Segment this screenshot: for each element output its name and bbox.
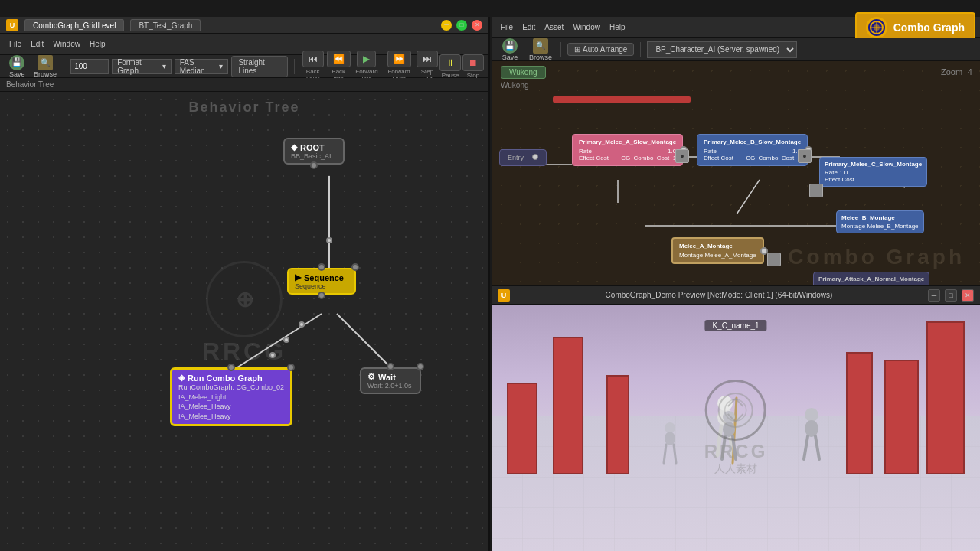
maximize-btn[interactable]: □ — [456, 20, 467, 31]
back-over-btn[interactable]: ⏮ — [302, 51, 324, 67]
cg-node-blue2-effect: Effect Cost CG_Combo_Cost_0 — [704, 155, 801, 161]
format-input[interactable] — [70, 59, 109, 74]
svg-point-21 — [805, 408, 818, 422]
right-menu-file[interactable]: File — [496, 21, 518, 33]
minimize-btn[interactable]: ─ — [441, 20, 452, 31]
breadcrumb: Behavior Tree — [0, 78, 488, 92]
right-menu-help[interactable]: Help — [605, 21, 630, 33]
pillar-3 — [884, 360, 919, 474]
line-dot-1 — [326, 237, 332, 243]
save-icon: 💾 — [9, 55, 24, 70]
cg-wukong-tag[interactable]: Wukong — [501, 66, 546, 79]
bt-node-wait[interactable]: ⚙ Wait Wait: 2.0+1.0s — [360, 367, 421, 394]
menu-file[interactable]: File — [5, 38, 26, 50]
svg-line-2 — [337, 314, 390, 367]
seq-connector-top — [318, 263, 325, 271]
right-top-panel: File Edit Asset Window Help Combo Graph … — [492, 17, 980, 285]
root-title: ◆ ROOT — [291, 142, 337, 152]
bt-canvas[interactable]: Behavior Tree ⊕ RRCG 人人素材 ◆ R — [0, 92, 488, 551]
preview-viewport: K_C_name_1 — [492, 305, 980, 551]
wait-title: ⚙ Wait — [368, 372, 413, 382]
cg-node-blue3[interactable]: Primary_Melee_C_Slow_Montage Rate 1.0 Ef… — [819, 157, 927, 187]
bt-node-root[interactable]: ◆ ROOT BB_Basic_AI — [283, 138, 345, 165]
save-btn[interactable]: 💾 Save — [5, 55, 30, 78]
straight-lines-btn[interactable]: Straight Lines — [231, 56, 287, 77]
preview-restore-btn[interactable]: □ — [945, 289, 957, 302]
bt-node-sequence[interactable]: ▶ Sequence Sequence — [287, 268, 356, 295]
left-titlebar: U ComboGraph_GridLevel BT_Test_Graph ─ □… — [0, 17, 488, 34]
toolbar-sep1 — [64, 59, 64, 74]
close-btn[interactable]: ✕ — [472, 20, 482, 31]
bt-connection-lines — [0, 92, 488, 551]
root-icon: ◆ — [291, 142, 297, 152]
fas-median-btn[interactable]: FAS Median ▾ — [175, 59, 229, 74]
cg-node-pink1-rate: Rate 1.0 — [579, 148, 676, 155]
cg-entry-node[interactable]: Entry — [499, 149, 547, 166]
cg-primary-attack-title: Primary_Attack_A_Normal_Montage — [818, 276, 924, 282]
root-sublabel: BB_Basic_AI — [291, 152, 337, 160]
right-menu-edit[interactable]: Edit — [518, 21, 540, 33]
bt-node-run-combo[interactable]: ◈ Run Combo Graph RunComboGraph: CG_Comb… — [170, 367, 292, 426]
preview-close-btn[interactable]: ✕ — [962, 289, 974, 302]
cg-connector-box2: ● — [798, 149, 812, 163]
step-out-btn[interactable]: ⏭ — [416, 51, 438, 67]
preview-title: ComboGraph_Demo Preview [NetMode: Client… — [514, 291, 923, 299]
svg-point-17 — [717, 396, 733, 411]
tab-combo-grid[interactable]: ComboGraph_GridLevel — [24, 19, 124, 31]
app-icon: U — [6, 19, 18, 31]
window-controls: ─ □ ✕ — [441, 20, 482, 31]
cg-node-primary-attack[interactable]: Primary_Attack_A_Normal_Montage Montage … — [813, 272, 929, 285]
left-panel: U ComboGraph_GridLevel BT_Test_Graph ─ □… — [0, 17, 490, 551]
menu-edit[interactable]: Edit — [26, 38, 48, 50]
root-connector-bottom — [310, 161, 318, 169]
cg-node-blue2[interactable]: Primary_Melee_B_Slow_Montage Rate 1.0 Ef… — [697, 134, 808, 166]
cg-node-pink1-title: Primary_Melee_A_Slow_Montage — [579, 139, 676, 145]
character-select[interactable]: BP_Character_AI (Server, spawned) — [647, 41, 797, 58]
menu-window[interactable]: Window — [48, 38, 85, 50]
forward-into-btn[interactable]: ▶ — [357, 51, 376, 67]
menu-help[interactable]: Help — [85, 38, 110, 50]
preview-minimize-btn[interactable]: ─ — [928, 289, 940, 302]
auto-arrange-icon: ⊞ — [574, 45, 580, 54]
right-menubar: File Edit Asset Window Help Combo Graph — [492, 17, 980, 38]
pillar-2 — [553, 337, 583, 474]
pause-btn[interactable]: ⏸ — [439, 54, 461, 71]
cg-node-melee-a[interactable]: Melee_A_Montage Montage Melee_A_Montage — [671, 237, 764, 264]
right-browse-icon: 🔍 — [533, 38, 548, 54]
pillar-1 — [507, 383, 537, 474]
svg-point-26 — [723, 422, 735, 437]
cg-node-pink1[interactable]: Primary_Melee_A_Slow_Montage Rate 1.0 Ef… — [572, 134, 683, 166]
preview-titlebar: U ComboGraph_Demo Preview [NetMode: Clie… — [492, 286, 980, 305]
right-browse-btn[interactable]: 🔍 Browse — [527, 38, 554, 61]
seq-sublabel: Sequence — [295, 282, 348, 290]
browse-btn[interactable]: 🔍 Browse — [33, 55, 58, 78]
pillar-4 — [926, 321, 965, 474]
run-combo-connector-top — [227, 364, 235, 371]
wait-connector-top — [387, 363, 394, 370]
entry-out-connector — [532, 154, 538, 160]
right-sep1 — [560, 42, 561, 57]
cg-canvas[interactable]: Wukong Zoom -4 Wukong Entry — [492, 61, 980, 285]
combo-graph-icon — [866, 17, 887, 38]
right-menu-window[interactable]: Window — [568, 21, 605, 33]
cg-zoom: Zoom -4 — [941, 67, 972, 77]
format-graph-btn[interactable]: Format Graph ▾ — [112, 59, 172, 74]
cg-melee-b-row: Montage Melee_B_Montage — [841, 223, 919, 230]
combo-graph-label: Combo Graph — [893, 21, 965, 34]
cg-node-melee-b[interactable]: Melee_B_Montage Montage Melee_B_Montage — [836, 210, 924, 233]
back-into-btn[interactable]: ⏪ — [327, 51, 351, 67]
right-save-btn[interactable]: 💾 Save — [496, 38, 524, 61]
tab-bt-test[interactable]: BT_Test_Graph — [130, 19, 201, 31]
line-dot-3 — [283, 337, 289, 343]
svg-line-32 — [674, 445, 676, 463]
preview-panel: U ComboGraph_Demo Preview [NetMode: Clie… — [492, 285, 980, 551]
cg-node-blue3-row1: Rate 1.0 — [825, 169, 922, 176]
forward-over-btn[interactable]: ⏩ — [387, 51, 411, 67]
stop-btn[interactable]: ⏹ — [462, 54, 484, 71]
seq-connector-bottom — [318, 292, 325, 299]
right-menu-asset[interactable]: Asset — [540, 21, 568, 33]
chevron-down-icon: ▾ — [162, 62, 166, 70]
cg-connector-box4 — [767, 253, 781, 266]
auto-arrange-btn[interactable]: ⊞ Auto Arrange — [567, 43, 634, 56]
run-combo-sub1: RunComboGraph: CG_Combo_02 — [178, 383, 284, 393]
